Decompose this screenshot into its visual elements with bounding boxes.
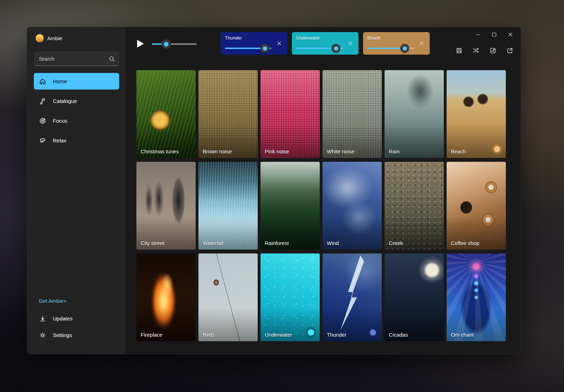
sound-tile-brown[interactable]: Brown noise: [198, 70, 258, 158]
search-input[interactable]: [39, 56, 109, 62]
sound-tile-creek[interactable]: Creek: [385, 162, 444, 250]
active-sound-indicator: [492, 144, 502, 154]
sound-tile-thunder[interactable]: Thunder: [323, 253, 382, 341]
sidebar-item-updates[interactable]: Updates: [34, 310, 119, 327]
sound-tile-label: Creek: [389, 240, 440, 247]
home-icon: [39, 78, 47, 85]
active-sound-chips: ThunderUnderwaterBeach: [221, 32, 430, 55]
sidebar-item-label: Settings: [53, 332, 72, 338]
shuffle-button[interactable]: [470, 45, 482, 56]
image-icon: [490, 47, 496, 54]
sound-tile-label: Waterfall: [203, 240, 253, 247]
sidebar-item-label: Updates: [53, 316, 73, 321]
save-button[interactable]: [453, 45, 465, 56]
sound-tile-white[interactable]: White noise: [323, 70, 382, 158]
slider-thumb[interactable]: [400, 44, 409, 53]
chip-volume-slider[interactable]: [225, 48, 272, 49]
toolbar-actions: [453, 45, 516, 56]
sidebar-item-home[interactable]: Home: [34, 73, 119, 90]
close-icon[interactable]: [346, 39, 355, 48]
main-content: ThunderUnderwaterBeach Christmas tunesBr…: [126, 27, 521, 354]
master-volume-slider[interactable]: [152, 43, 197, 45]
sound-tile-city[interactable]: City street: [136, 162, 196, 250]
sound-tile-cicadas[interactable]: Cicadas: [385, 253, 444, 341]
sound-tile-om[interactable]: Om chant: [447, 253, 506, 341]
active-sound-chip-beach[interactable]: Beach: [363, 32, 430, 55]
active-sound-chip-thunder[interactable]: Thunder: [221, 32, 287, 55]
save-icon: [456, 47, 462, 54]
app-title: Ambie: [47, 35, 62, 41]
sound-tile-label: Brown noise: [203, 148, 253, 155]
sound-tile-rain[interactable]: Rain: [385, 70, 444, 158]
desktop: { "app": { "name": "Ambie" }, "colors": …: [0, 0, 564, 392]
minimize-icon: [476, 32, 481, 37]
play-button[interactable]: [134, 38, 146, 50]
sidebar-nav: HomeCatalogueFocusRelax: [34, 73, 119, 149]
share-button[interactable]: [504, 45, 516, 56]
sidebar-item-label: Relax: [53, 137, 66, 143]
sound-tile-label: Rainforest: [265, 240, 315, 247]
sound-tile-coffee[interactable]: Coffee shop: [447, 162, 506, 250]
sidebar-item-settings[interactable]: Settings: [34, 327, 119, 343]
sound-tile-underwater[interactable]: Underwater: [260, 253, 320, 341]
sound-tile-birds[interactable]: Birds: [198, 253, 258, 341]
sidebar-item-catalogue[interactable]: Catalogue: [34, 93, 119, 109]
slider-thumb[interactable]: [332, 44, 341, 53]
sound-tile-label: Fireplace: [141, 331, 191, 338]
sound-tile-beach[interactable]: Beach: [447, 70, 506, 158]
search-icon[interactable]: [109, 56, 115, 62]
close-icon[interactable]: [417, 39, 426, 48]
sound-tile-label: City street: [141, 240, 191, 247]
sound-tile-pink[interactable]: Pink noise: [260, 70, 320, 158]
sound-tile-christmas[interactable]: Christmas tunes: [136, 70, 196, 158]
ambie-logo-icon: [36, 34, 44, 42]
close-icon: [508, 32, 513, 37]
minimize-button[interactable]: [470, 29, 486, 41]
sound-tile-label: Cicadas: [389, 331, 440, 338]
sidebar-footer-items: UpdatesSettings: [34, 310, 119, 343]
share-icon: [507, 47, 513, 54]
sound-tile-waterfall[interactable]: Waterfall: [198, 162, 258, 250]
app-header: Ambie: [27, 27, 126, 42]
slider-fill: [367, 48, 405, 49]
sidebar-item-label: Home: [53, 78, 67, 84]
sound-tile-wind[interactable]: Wind: [323, 162, 382, 250]
sound-tile-rainforest[interactable]: Rainforest: [260, 162, 320, 250]
leaf-icon: [39, 137, 47, 145]
sidebar-item-relax[interactable]: Relax: [34, 132, 119, 149]
screensaver-button[interactable]: [487, 45, 499, 56]
sound-tile-label: Christmas tunes: [141, 148, 191, 155]
shuffle-icon: [472, 47, 479, 54]
slider-thumb[interactable]: [260, 44, 269, 53]
slider-fill: [225, 48, 265, 49]
download-icon: [39, 315, 47, 323]
slider-fill: [296, 48, 336, 49]
sidebar-item-label: Focus: [53, 118, 67, 124]
chip-volume-slider[interactable]: [367, 48, 414, 49]
sidebar: Ambie HomeCatalogueFocusRelax Get Ambie+…: [27, 27, 126, 354]
sound-grid: Christmas tunesBrown noisePink noiseWhit…: [136, 70, 506, 341]
active-sound-indicator: [368, 327, 378, 338]
music-note-icon: [39, 97, 47, 105]
sidebar-item-label: Catalogue: [53, 98, 77, 104]
active-sound-indicator: [306, 327, 316, 338]
sound-tile-label: Om chant: [451, 331, 502, 338]
get-ambie-plus-link[interactable]: Get Ambie+: [34, 294, 119, 307]
sound-tile-label: Wind: [327, 240, 378, 247]
close-button[interactable]: [502, 29, 519, 41]
slider-thumb[interactable]: [162, 39, 171, 49]
close-icon[interactable]: [275, 39, 284, 48]
sound-tile-label: Rain: [389, 148, 440, 155]
gear-icon: [39, 331, 47, 339]
sound-tile-label: Pink noise: [265, 148, 315, 155]
maximize-button[interactable]: [486, 29, 502, 41]
play-icon: [137, 40, 144, 48]
active-sound-chip-underwater[interactable]: Underwater: [292, 32, 358, 55]
chip-volume-slider[interactable]: [296, 48, 343, 49]
search-box[interactable]: [34, 52, 119, 66]
sidebar-item-focus[interactable]: Focus: [34, 112, 119, 129]
sound-tile-fireplace[interactable]: Fireplace: [136, 253, 196, 341]
target-icon: [39, 117, 47, 125]
sound-tile-label: Coffee shop: [451, 240, 502, 247]
sound-tile-label: Birds: [203, 331, 253, 338]
